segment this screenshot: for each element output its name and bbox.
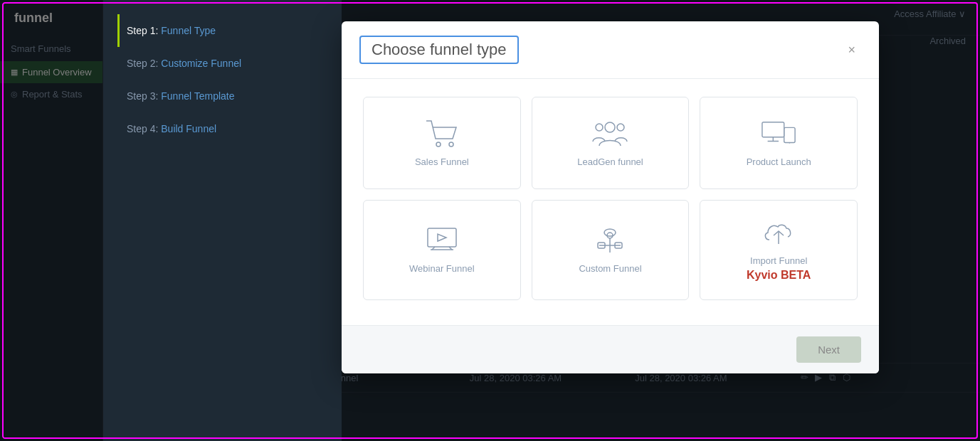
svg-rect-8 [784, 127, 795, 142]
step-sub: Funnel Type [161, 25, 216, 36]
funnel-card-label: Custom Funnel [579, 263, 641, 274]
funnel-card-custom[interactable]: Custom Funnel [532, 200, 690, 300]
step-sub: Customize Funnel [161, 58, 241, 69]
wizard-sidebar: Step 1: Funnel Type Step 2: Customize Fu… [103, 0, 342, 441]
svg-point-3 [596, 124, 603, 131]
svg-point-4 [617, 124, 624, 131]
step-sub: Build Funnel [161, 123, 216, 134]
modal-footer: Next [342, 325, 879, 373]
import-icon [761, 218, 796, 247]
modal-body: Sales Funnel LeadGen fun [342, 79, 879, 325]
svg-point-0 [436, 142, 441, 147]
step-label: Step 4: [127, 123, 158, 134]
step-label: Step 1: [127, 25, 158, 36]
custom-icon [592, 226, 628, 255]
step-sub: Funnel Template [161, 90, 234, 102]
funnel-type-modal: Choose funnel type × Sales Funnel [342, 21, 879, 373]
step-label: Step 3: [127, 90, 158, 102]
modal-header: Choose funnel type × [342, 21, 879, 79]
modal-overlay: Step 1: Funnel Type Step 2: Customize Fu… [0, 0, 980, 441]
webinar-icon [424, 226, 460, 255]
next-button[interactable]: Next [796, 336, 861, 363]
wizard-step-2: Step 2: Customize Funnel [117, 47, 327, 80]
funnel-card-label: LeadGen funnel [577, 156, 643, 167]
svg-rect-5 [762, 122, 784, 137]
funnel-card-import[interactable]: Import Funnel Kyvio BETA [700, 200, 858, 300]
svg-point-1 [449, 142, 453, 147]
modal-close-button[interactable]: × [842, 39, 861, 61]
funnel-card-label: Sales Funnel [415, 156, 469, 167]
wizard-step-1: Step 1: Funnel Type [117, 14, 327, 47]
leadgen-icon [592, 119, 628, 148]
funnel-card-product-launch[interactable]: Product Launch [700, 97, 858, 189]
funnel-card-label: Product Launch [747, 156, 811, 167]
step-label: Step 2: [127, 58, 158, 69]
product-launch-icon [761, 119, 796, 148]
funnel-card-leadgen[interactable]: LeadGen funnel [532, 97, 690, 189]
svg-marker-11 [438, 234, 446, 241]
wizard-step-4: Step 4: Build Funnel [117, 112, 327, 145]
import-funnel-label: Import Funnel [750, 255, 807, 266]
cart-icon [424, 119, 460, 148]
wizard-step-3: Step 3: Funnel Template [117, 80, 327, 112]
funnel-card-sales[interactable]: Sales Funnel [363, 97, 521, 189]
modal-title: Choose funnel type [359, 36, 519, 64]
funnel-card-webinar[interactable]: Webinar Funnel [363, 200, 521, 300]
svg-rect-10 [428, 228, 456, 247]
funnel-card-label: Webinar Funnel [409, 263, 475, 274]
kyvio-beta-label: Kyvio BETA [747, 269, 811, 282]
funnel-type-grid: Sales Funnel LeadGen fun [363, 97, 858, 300]
svg-point-2 [605, 122, 615, 132]
